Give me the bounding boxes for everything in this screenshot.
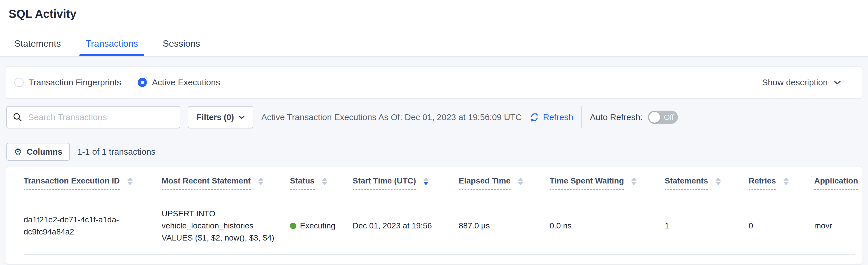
radio-button-icon[interactable]: [138, 78, 147, 87]
status-label: Executing: [300, 220, 335, 232]
column-header-status[interactable]: Status: [290, 166, 352, 197]
refresh-icon: [529, 111, 540, 123]
filters-button-label: Filters (0): [196, 113, 234, 122]
sort-icon: [258, 178, 264, 185]
table-header-row: Transaction Execution ID Most Recent Sta…: [24, 166, 855, 197]
sort-icon: [518, 178, 523, 185]
tab-transactions[interactable]: Transactions: [80, 38, 144, 56]
cell-retries: 0: [749, 197, 814, 255]
tab-statements[interactable]: Statements: [8, 38, 67, 56]
sort-icon: [127, 178, 132, 185]
cell-execution-id[interactable]: da1f21e2-de71-4c1f-a1da-dc9fc94a84a2: [24, 197, 162, 255]
cell-elapsed-time: 887.0 µs: [459, 197, 550, 255]
sort-icon: [716, 178, 721, 185]
cell-most-recent-statement: UPSERT INTO vehicle_location_histories V…: [162, 197, 290, 255]
status-executing-icon: [290, 223, 296, 229]
auto-refresh-toggle[interactable]: Off: [648, 111, 678, 124]
toggle-state-label: Off: [664, 113, 674, 122]
toggle-knob: [649, 112, 660, 123]
sort-icon: [322, 178, 327, 185]
transactions-table: Transaction Execution ID Most Recent Sta…: [24, 166, 855, 255]
cell-statements: 1: [665, 197, 749, 255]
results-bar: ⚙ Columns 1-1 of 1 transactions: [6, 143, 862, 161]
show-description-label: Show description: [762, 78, 828, 87]
auto-refresh-label: Auto Refresh:: [590, 112, 643, 122]
filters-button[interactable]: Filters (0): [188, 106, 253, 129]
sort-icon: [423, 178, 429, 185]
chevron-down-icon: [834, 80, 841, 85]
toolbar-divider: [581, 106, 582, 129]
radio-label: Transaction Fingerprints: [29, 78, 121, 87]
search-box[interactable]: [6, 106, 180, 129]
column-header-most-recent-statement[interactable]: Most Recent Statement: [162, 166, 290, 197]
radio-active-executions[interactable]: Active Executions: [138, 78, 220, 87]
sort-icon: [631, 178, 637, 185]
tab-bar: Statements Transactions Sessions: [8, 38, 868, 56]
column-header-elapsed-time[interactable]: Elapsed Time: [459, 166, 550, 197]
table-row[interactable]: da1f21e2-de71-4c1f-a1da-dc9fc94a84a2 UPS…: [24, 197, 855, 255]
transactions-table-card: Transaction Execution ID Most Recent Sta…: [6, 166, 862, 264]
refresh-label: Refresh: [543, 112, 573, 122]
view-options-card: Transaction Fingerprints Active Executio…: [6, 67, 862, 98]
tab-sessions[interactable]: Sessions: [156, 38, 207, 56]
search-input[interactable]: [28, 112, 174, 123]
show-description-toggle[interactable]: Show description: [762, 78, 841, 87]
refresh-button[interactable]: Refresh: [529, 111, 573, 123]
radio-button-icon[interactable]: [14, 78, 24, 87]
columns-button-label: Columns: [27, 147, 62, 157]
column-header-transaction-execution-id[interactable]: Transaction Execution ID: [24, 166, 162, 197]
cell-start-time: Dec 01, 2023 at 19:56: [352, 197, 459, 255]
view-mode-radio-group: Transaction Fingerprints Active Executio…: [14, 78, 220, 87]
radio-transaction-fingerprints[interactable]: Transaction Fingerprints: [14, 78, 121, 87]
column-header-statements[interactable]: Statements: [665, 166, 749, 197]
page-title: SQL Activity: [0, 0, 868, 21]
cell-time-spent-waiting: 0.0 ns: [550, 197, 665, 255]
table-toolbar: Filters (0) Active Transaction Execution…: [6, 106, 862, 129]
column-header-start-time[interactable]: Start Time (UTC): [352, 166, 459, 197]
column-header-time-spent-waiting[interactable]: Time Spent Waiting: [550, 166, 665, 197]
results-count: 1-1 of 1 transactions: [78, 147, 156, 157]
columns-button[interactable]: ⚙ Columns: [6, 143, 70, 161]
cell-status: Executing: [290, 197, 352, 255]
column-header-retries[interactable]: Retries: [749, 166, 814, 197]
search-icon: [13, 112, 23, 122]
chevron-down-icon: [239, 115, 245, 119]
page-header: SQL Activity Statements Transactions Ses…: [0, 0, 868, 57]
gear-icon: ⚙: [14, 147, 22, 156]
radio-label: Active Executions: [152, 78, 220, 87]
column-header-application[interactable]: Application: [814, 166, 855, 197]
as-of-timestamp: Active Transaction Executions As Of: Dec…: [261, 112, 522, 122]
cell-application: movr: [814, 197, 855, 255]
sort-icon: [783, 178, 788, 185]
